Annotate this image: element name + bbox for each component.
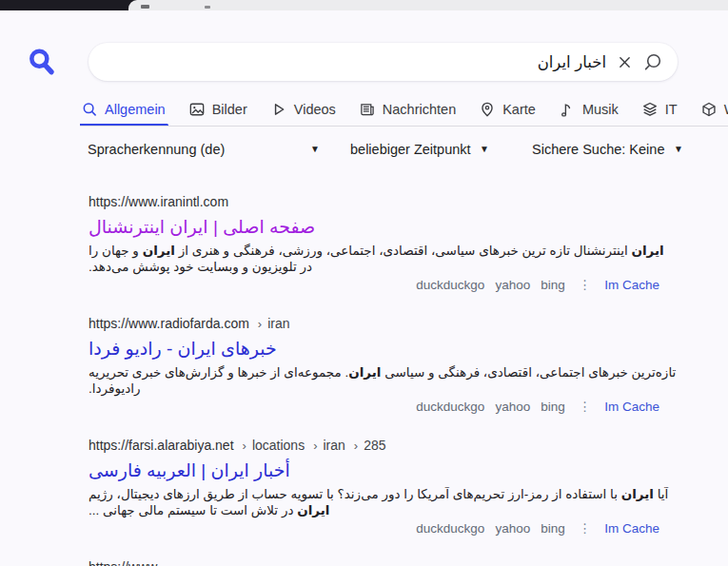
- tab-label: IT: [665, 102, 678, 117]
- breadcrumb-separator: ›: [313, 439, 317, 453]
- cache-link[interactable]: Im Cache: [604, 521, 659, 536]
- breadcrumb: locations: [252, 439, 305, 453]
- cache-link[interactable]: Im Cache: [604, 278, 659, 292]
- engine-label: duckduckgo: [416, 521, 484, 536]
- search-tabs: AllgemeinBilderVideosNachrichtenKarteMus…: [80, 97, 728, 127]
- chevron-down-icon[interactable]: ▼: [674, 144, 683, 154]
- result-snippet: ایران اینترنشنال تازه ترین خبرهای سیاسی،…: [89, 244, 679, 275]
- search-bar: [89, 43, 678, 81]
- result-footer: duckduckgoyahoobing⋮Im Cache: [89, 278, 679, 293]
- result-url-line: https://www.radiofarda.com›iran: [89, 317, 679, 331]
- tab-allgemein[interactable]: Allgemein: [80, 97, 167, 126]
- browser-tab-strip[interactable]: [0, 0, 728, 10]
- result-url[interactable]: https://www.: [89, 560, 160, 566]
- result-url[interactable]: https://farsi.alarabiya.net: [89, 439, 234, 453]
- tab-label: Wissenschaft: [724, 102, 728, 117]
- tab-label: Nachrichten: [383, 102, 456, 117]
- result-title[interactable]: صفحه اصلی | ایران اینترنشنال: [89, 216, 679, 239]
- browser-tab-favicon: [141, 5, 149, 9]
- result-snippet: آیا ایران با استفاده از رمز-ارز تحریم‌ها…: [89, 487, 679, 518]
- more-options-icon[interactable]: ⋮: [579, 400, 592, 414]
- browser-tab-title-fragment: [205, 6, 210, 9]
- tab-label: Karte: [502, 102, 536, 117]
- tab-label: Videos: [294, 102, 336, 117]
- results-list: https://www.iranintl.comصفحه اصلی | ایرا…: [89, 195, 679, 566]
- tab-label: Allgemein: [105, 102, 166, 117]
- tab-bilder[interactable]: Bilder: [187, 97, 248, 126]
- music-icon: [559, 101, 576, 118]
- result-url[interactable]: https://www.radiofarda.com: [89, 317, 249, 331]
- metager-logo-icon[interactable]: [27, 47, 57, 77]
- language-filter[interactable]: Spracherkennung (de): [88, 142, 225, 157]
- browser-active-tab[interactable]: [128, 0, 728, 10]
- tab-label: Musik: [582, 102, 619, 117]
- tab-label: Bilder: [212, 102, 247, 117]
- engine-label: yahoo: [495, 521, 530, 536]
- cache-link[interactable]: Im Cache: [604, 400, 659, 414]
- search-result: https://farsi.alarabiya.net›locations›ir…: [89, 439, 679, 560]
- chevron-down-icon[interactable]: ▼: [310, 144, 320, 154]
- more-options-icon[interactable]: ⋮: [579, 521, 592, 536]
- tab-wissenschaft[interactable]: Wissenschaft: [699, 97, 728, 126]
- breadcrumb-separator: ›: [354, 439, 358, 453]
- result-footer: duckduckgoyahoobing⋮Im Cache: [89, 400, 679, 415]
- tab-it[interactable]: IT: [640, 97, 679, 126]
- result-snippet: تازه‌ترین خبرهای اجتماعی، اقتصادی، فرهنگ…: [89, 365, 679, 397]
- search-result: https://www.iranintl.comصفحه اصلی | ایرا…: [89, 195, 679, 317]
- search-input[interactable]: [106, 53, 606, 71]
- engine-label: duckduckgo: [416, 278, 484, 292]
- time-filter[interactable]: beliebiger Zeitpunkt: [350, 142, 471, 157]
- breadcrumb: iran: [267, 317, 289, 331]
- engine-label: bing: [541, 521, 565, 536]
- news-icon: [359, 101, 376, 118]
- filter-bar: Spracherkennung (de) ▼ beliebiger Zeitpu…: [0, 140, 728, 163]
- tab-nachrichten[interactable]: Nachrichten: [358, 97, 457, 126]
- engine-label: bing: [541, 400, 565, 414]
- result-url-line: https://farsi.alarabiya.net›locations›ir…: [89, 439, 679, 453]
- engine-label: duckduckgo: [416, 400, 484, 414]
- breadcrumb-separator: ›: [258, 317, 262, 331]
- engine-label: bing: [541, 278, 565, 292]
- breadcrumb-separator: ›: [243, 439, 246, 453]
- science-icon: [700, 101, 718, 118]
- search-result: https://www.: [89, 560, 679, 566]
- clear-search-icon[interactable]: [619, 56, 631, 68]
- tab-karte[interactable]: Karte: [478, 97, 537, 126]
- result-url-line: https://www.iranintl.com: [89, 195, 679, 209]
- map-pin-icon: [479, 101, 496, 118]
- result-url[interactable]: https://www.iranintl.com: [89, 195, 228, 209]
- breadcrumb: 285: [364, 439, 385, 453]
- search-submit-icon[interactable]: [643, 52, 662, 71]
- more-options-icon[interactable]: ⋮: [579, 278, 592, 292]
- search-result: https://www.radiofarda.com›iranخبرهای ای…: [89, 317, 679, 439]
- chevron-down-icon[interactable]: ▼: [480, 144, 489, 154]
- result-title[interactable]: أخبار ایران | العربیه فارسی: [89, 459, 679, 482]
- engine-label: yahoo: [495, 400, 530, 414]
- result-url-line: https://www.: [89, 560, 679, 566]
- search-icon: [81, 101, 98, 118]
- result-title[interactable]: خبرهای ایران - رادیو فردا: [89, 338, 679, 361]
- tab-videos[interactable]: Videos: [269, 97, 337, 126]
- breadcrumb: iran: [323, 439, 344, 453]
- result-footer: duckduckgoyahoobing⋮Im Cache: [89, 521, 679, 537]
- tab-musik[interactable]: Musik: [558, 97, 620, 126]
- layers-icon: [641, 101, 659, 118]
- image-icon: [188, 101, 206, 118]
- engine-label: yahoo: [495, 278, 530, 292]
- safe-search-filter[interactable]: Sichere Suche: Keine: [532, 142, 664, 157]
- play-icon: [270, 101, 287, 118]
